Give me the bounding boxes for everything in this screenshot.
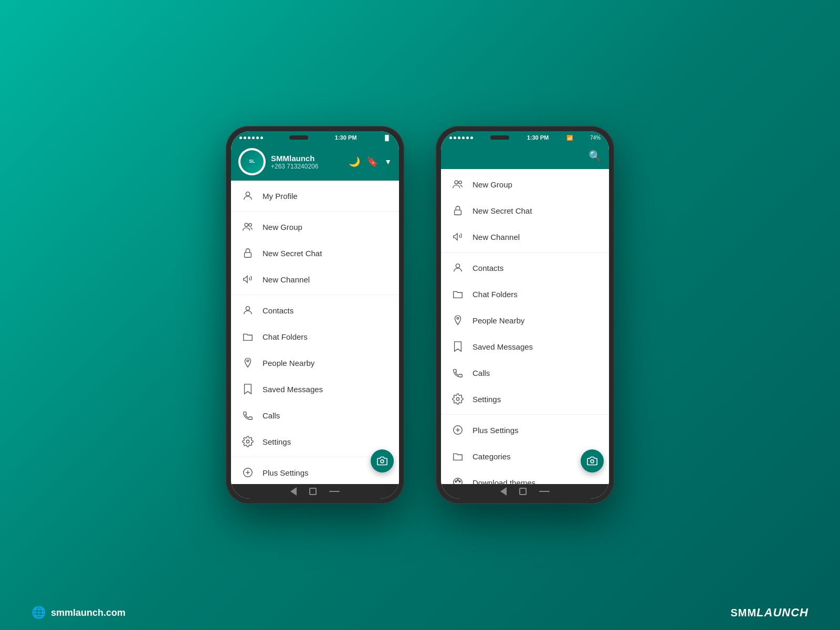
menu-list-1: My Profile New Group	[231, 181, 399, 484]
plus-circle-icon	[242, 466, 254, 479]
menu-item-new-secret-1[interactable]: New Secret Chat	[231, 240, 399, 266]
phone2-header: 🔍	[441, 143, 609, 169]
menu-item-new-secret-2[interactable]: New Secret Chat	[441, 197, 609, 224]
settings-label-2: Settings	[472, 395, 501, 404]
bookmark-icon-2	[452, 340, 464, 353]
new-secret-label-2: New Secret Chat	[472, 206, 532, 215]
my-profile-label: My Profile	[262, 192, 298, 201]
nav-home-1[interactable]	[309, 488, 317, 495]
svg-point-29	[591, 460, 594, 463]
status-bar-1: 1:30 PM ▐▌	[231, 131, 399, 143]
svg-rect-3	[245, 253, 251, 257]
menu-item-saved-messages-1[interactable]: Saved Messages	[231, 376, 399, 402]
menu-section-create-2: New Group New Secret Chat	[441, 169, 609, 253]
plus-settings-label-2: Plus Settings	[472, 426, 519, 435]
saved-messages-label-1: Saved Messages	[262, 385, 323, 394]
menu-item-my-profile[interactable]: My Profile	[231, 183, 399, 209]
folder-outline-icon-2	[452, 450, 464, 463]
phone-1-screen: 1:30 PM ▐▌ SL SMMlaunch +263 713240206 🌙…	[231, 131, 399, 499]
status-bar-2: 1:30 PM 📶 74%	[441, 131, 609, 143]
person-outline-icon-2	[452, 261, 464, 274]
categories-label-2: Categories	[472, 452, 511, 461]
person-outline-icon	[242, 304, 254, 317]
phone1-header: SL SMMlaunch +263 713240206 🌙 🔖 ▼	[231, 143, 399, 181]
globe-icon: 🌐	[32, 606, 46, 620]
menu-item-new-group-1[interactable]: New Group	[231, 214, 399, 240]
menu-section-extra-2: Plus Settings Categories D	[441, 415, 609, 484]
phone-2: 1:30 PM 📶 74% 🔍 Official cha ned a me ✓✓…	[436, 126, 614, 504]
phone-2-screen: 1:30 PM 📶 74% 🔍 Official cha ned a me ✓✓…	[441, 131, 609, 499]
menu-item-calls-2[interactable]: Calls	[441, 360, 609, 386]
folder-icon-2	[452, 288, 464, 300]
svg-point-10	[381, 460, 384, 463]
bottom-nav-1	[231, 484, 399, 499]
svg-point-4	[246, 307, 249, 310]
menu-item-download-themes[interactable]: Download themes	[441, 469, 609, 484]
megaphone-icon	[242, 273, 254, 286]
moon-icon[interactable]: 🌙	[349, 156, 360, 167]
svg-rect-13	[455, 210, 461, 215]
contacts-label-1: Contacts	[262, 306, 293, 315]
time-2: 1:30 PM	[527, 134, 549, 141]
nav-recent-2[interactable]	[539, 491, 550, 492]
menu-item-calls-1[interactable]: Calls	[231, 402, 399, 428]
folder-icon	[242, 330, 254, 343]
lock-icon	[242, 247, 254, 259]
battery-1: ▐▌	[383, 135, 391, 141]
footer: 🌐 smmlaunch.com SMMLAUNCH	[0, 606, 840, 620]
bottom-nav-2	[441, 484, 609, 499]
menu-item-people-nearby-2[interactable]: People Nearby	[441, 307, 609, 333]
menu-item-settings-1[interactable]: Settings	[231, 428, 399, 455]
palette-icon	[452, 476, 464, 484]
new-group-label-1: New Group	[262, 223, 302, 232]
menu-item-chat-folders-1[interactable]: Chat Folders	[231, 323, 399, 350]
person-icon	[242, 190, 254, 202]
fab-camera-1[interactable]	[371, 449, 394, 472]
bookmark-icon-header[interactable]: 🔖	[366, 156, 378, 167]
notch-1	[289, 135, 308, 140]
footer-url: smmlaunch.com	[51, 607, 125, 618]
profile-name: SMMlaunch	[271, 154, 349, 163]
menu-item-contacts-2[interactable]: Contacts	[441, 255, 609, 281]
svg-point-0	[246, 192, 249, 196]
menu-item-new-group-2[interactable]: New Group	[441, 171, 609, 197]
chat-folders-label-2: Chat Folders	[472, 290, 518, 299]
menu-item-settings-2[interactable]: Settings	[441, 386, 609, 412]
menu-section-other-2: Contacts Chat Folders Peop	[441, 253, 609, 415]
location-icon-2	[452, 314, 464, 327]
menu-item-plus-settings-2[interactable]: Plus Settings	[441, 417, 609, 443]
menu-item-new-channel-1[interactable]: New Channel	[231, 266, 399, 292]
menu-section-profile: My Profile	[231, 181, 399, 212]
footer-left: 🌐 smmlaunch.com	[32, 606, 125, 620]
menu-item-chat-folders-2[interactable]: Chat Folders	[441, 281, 609, 307]
bookmark-icon	[242, 383, 254, 395]
profile-avatar[interactable]: SL	[238, 148, 266, 175]
menu-item-contacts-1[interactable]: Contacts	[231, 297, 399, 323]
search-icon-2[interactable]: 🔍	[589, 150, 602, 162]
menu-item-new-channel-2[interactable]: New Channel	[441, 224, 609, 250]
signal-dots-1	[239, 136, 263, 139]
phone-icon-2	[452, 366, 464, 379]
signal-dots-2	[449, 136, 473, 139]
profile-info: SMMlaunch +263 713240206	[266, 154, 349, 170]
time-1: 1:30 PM	[335, 134, 357, 141]
menu-item-people-nearby-1[interactable]: People Nearby	[231, 350, 399, 376]
chat-folders-label-1: Chat Folders	[262, 332, 308, 341]
battery-2: 74%	[590, 135, 601, 141]
svg-point-23	[459, 481, 460, 482]
svg-point-6	[246, 440, 249, 443]
calls-label-2: Calls	[472, 369, 490, 377]
nav-home-2[interactable]	[519, 488, 527, 495]
new-channel-label-2: New Channel	[472, 233, 520, 242]
chevron-down-icon[interactable]: ▼	[384, 158, 392, 166]
download-themes-label: Download themes	[472, 478, 536, 485]
nav-recent-1[interactable]	[329, 491, 340, 492]
menu-list-2: New Group New Secret Chat	[441, 169, 609, 484]
fab-camera-2[interactable]	[581, 449, 604, 472]
svg-point-15	[457, 318, 459, 320]
svg-point-14	[456, 264, 459, 268]
nav-back-1[interactable]	[290, 487, 297, 496]
svg-point-5	[247, 360, 249, 362]
menu-item-saved-messages-2[interactable]: Saved Messages	[441, 333, 609, 360]
nav-back-2[interactable]	[500, 487, 507, 496]
